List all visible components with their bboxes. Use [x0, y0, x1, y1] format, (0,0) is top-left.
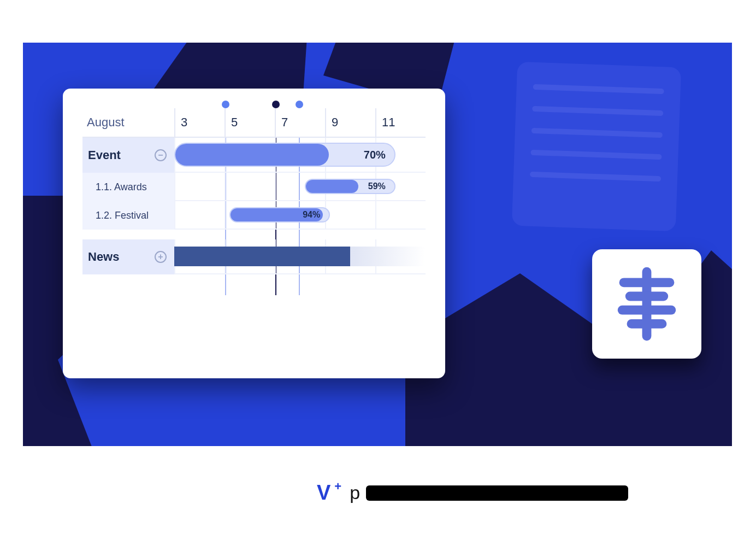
- tick-11: 11: [375, 108, 426, 137]
- watermark-redaction-bar: [366, 485, 628, 501]
- marker-dot-icon: [296, 101, 303, 108]
- row-track: 94%: [174, 201, 426, 230]
- group-name: Event: [88, 148, 121, 162]
- row-label-festival[interactable]: 1.2. Festival: [82, 201, 174, 230]
- tick-3: 3: [174, 108, 225, 137]
- tick-5: 5: [225, 108, 275, 137]
- decorative-list-icon: [512, 62, 681, 231]
- bar-percent: 59%: [359, 181, 394, 191]
- marker-dot-icon: [222, 101, 229, 108]
- task-name: 1.2. Festival: [96, 210, 149, 221]
- timeline-header: August 3 5 7 9 11: [82, 108, 426, 138]
- row-track: 70%: [174, 138, 426, 173]
- tick-9: 9: [325, 108, 375, 137]
- row-news[interactable]: News +: [82, 239, 426, 274]
- row-festival[interactable]: 1.2. Festival 94%: [82, 201, 426, 230]
- tick-7: 7: [275, 108, 325, 137]
- collapse-icon[interactable]: −: [155, 149, 167, 161]
- row-event[interactable]: Event − 70%: [82, 138, 426, 173]
- bar-progress: [175, 144, 329, 166]
- gantt-chart: August 3 5 7 9 11: [82, 108, 426, 274]
- tick-label: 11: [382, 115, 395, 130]
- tick-label: 9: [332, 115, 338, 130]
- row-label-awards[interactable]: 1.1. Awards: [82, 173, 174, 201]
- bar-progress: [306, 180, 358, 193]
- bar-news[interactable]: [174, 247, 426, 266]
- tick-label: 7: [281, 115, 288, 130]
- row-label-news[interactable]: News +: [82, 239, 174, 274]
- row-awards[interactable]: 1.1. Awards 59%: [82, 173, 426, 201]
- row-label-event[interactable]: Event −: [82, 138, 174, 173]
- watermark-v: V: [317, 481, 331, 505]
- watermark-plus-icon: +: [334, 479, 342, 494]
- row-track: 59%: [174, 173, 426, 201]
- watermark: V+ p: [317, 481, 628, 505]
- gantt-card: August 3 5 7 9 11: [63, 89, 445, 378]
- tick-label: 3: [181, 115, 187, 130]
- marker-dot-icon: [272, 101, 280, 108]
- row-track: [174, 239, 426, 274]
- gantt-glyph-icon: [609, 266, 685, 342]
- tick-label: 5: [231, 115, 238, 130]
- timeline-ticks: 3 5 7 9 11: [174, 108, 426, 137]
- bar-percent: 94%: [294, 210, 329, 220]
- bar-event[interactable]: 70%: [174, 143, 395, 167]
- expand-icon[interactable]: +: [155, 251, 167, 263]
- month-label: August: [82, 115, 174, 130]
- group-name: News: [88, 250, 119, 264]
- bar-percent: 70%: [355, 149, 394, 161]
- bar-festival[interactable]: 94%: [229, 207, 330, 222]
- task-name: 1.1. Awards: [96, 181, 147, 193]
- watermark-text: p: [350, 482, 361, 503]
- bar-awards[interactable]: 59%: [305, 179, 395, 194]
- gantt-app-icon: [592, 249, 701, 359]
